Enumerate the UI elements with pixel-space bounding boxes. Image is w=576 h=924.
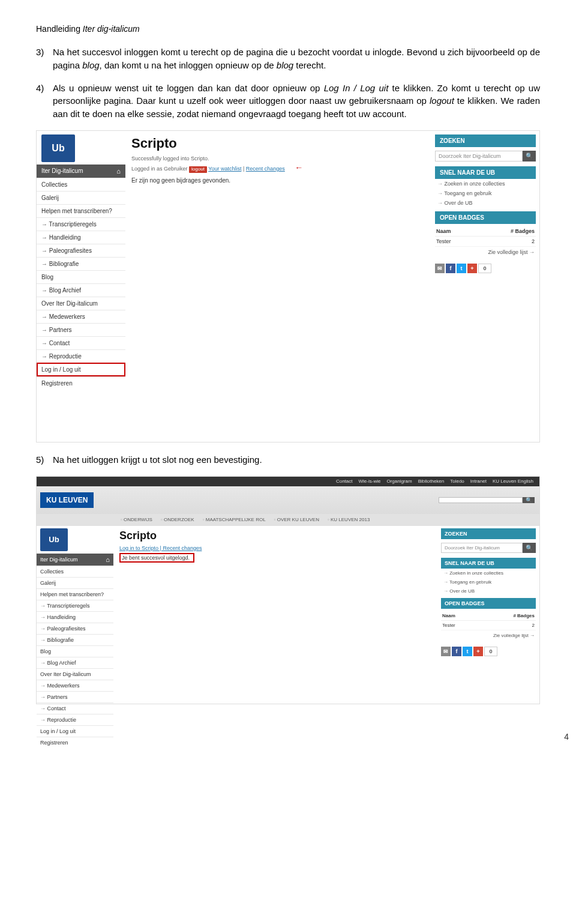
sidebar-item[interactable]: Galerij	[37, 191, 125, 204]
topnav-link[interactable]: Bibliotheken	[418, 479, 445, 484]
menu-item[interactable]: KU LEUVEN 2013	[328, 517, 370, 522]
ku-leuven-logo[interactable]: KU LEUVEN	[40, 492, 94, 508]
ub-logo: Ub	[40, 528, 68, 551]
sidebar-item[interactable]: Reproductie	[37, 714, 113, 725]
facebook-icon[interactable]: f	[452, 647, 461, 656]
sidebar-item[interactable]: Over Iter Dig-italicum	[37, 297, 125, 310]
quick-link[interactable]: Toegang en gebruik	[441, 578, 536, 587]
search-input[interactable]: Doorzoek Iter Dig-italicum	[441, 543, 523, 553]
topnav-link[interactable]: Toledo	[450, 479, 464, 484]
quick-link[interactable]: Toegang en gebruik	[435, 189, 536, 198]
sidebar-item[interactable]: Contact	[37, 336, 125, 349]
watchlist-link[interactable]: Your watchlist	[208, 166, 241, 172]
sidebar-item[interactable]: Contact	[37, 702, 113, 714]
list-item-4: 4) Als u opnieuw wenst uit te loggen dan…	[36, 82, 540, 121]
search-row: Doorzoek Iter Dig-italicum 🔍	[435, 151, 536, 162]
home-icon[interactable]: ⌂	[106, 556, 110, 563]
list-number: 5)	[36, 453, 53, 467]
badges-table: Naam# Badges Tester2	[435, 226, 536, 247]
sidebar-item[interactable]: Helpen met transcriberen?	[37, 204, 125, 217]
document-header: Handleiding Iter dig-italicum	[36, 24, 540, 34]
sidebar-item[interactable]: Galerij	[37, 577, 113, 588]
topnav-link[interactable]: Contact	[336, 479, 353, 484]
sidebar-item[interactable]: Bibliografie	[37, 634, 113, 645]
sidebar-item[interactable]: Reproductie	[37, 349, 125, 363]
sidebar-item[interactable]: Registreren	[37, 737, 113, 748]
search-button[interactable]: 🔍	[523, 543, 536, 553]
sidebar-item[interactable]: Collecties	[37, 178, 125, 191]
topnav-link[interactable]: Organigram	[386, 479, 412, 484]
zoeken-head: ZOEKEN	[435, 134, 536, 147]
top-search-input[interactable]	[439, 497, 523, 503]
search-input[interactable]: Doorzoek Iter Dig-italicum	[435, 151, 523, 162]
topnav-link[interactable]: Intranet	[470, 479, 487, 484]
full-list-link[interactable]: Zie volledige lijst	[441, 630, 536, 641]
twitter-icon[interactable]: t	[457, 264, 466, 273]
search-icon: 🔍	[526, 497, 532, 503]
mail-icon[interactable]: ✉	[441, 647, 451, 656]
topnav: ContactWie-is-wieOrganigramBibliothekenT…	[37, 477, 539, 486]
sidebar-item[interactable]: Registreren	[37, 376, 125, 390]
scripto-title: Scripto	[119, 530, 431, 542]
plus-icon[interactable]: +	[473, 647, 483, 656]
sidebar-head[interactable]: Iter Dig-italicum ⌂	[37, 554, 113, 566]
sidebar-item[interactable]: Handleiding	[37, 231, 125, 244]
sidebar-item[interactable]: Over Iter Dig-italicum	[37, 668, 113, 680]
sidebar-item[interactable]: Handleiding	[37, 611, 113, 623]
main-menu: ONDERWIJSONDERZOEKMAATSCHAPPELIJKE ROLOV…	[37, 514, 539, 526]
main-content: Scripto Log in to Scripto | Recent chang…	[113, 526, 437, 704]
menu-item[interactable]: ONDERWIJS	[121, 517, 152, 522]
menu-item[interactable]: OVER KU LEUVEN	[274, 517, 319, 522]
sidebar-item[interactable]: Medewerkers	[37, 680, 113, 691]
sidebar-item[interactable]: Medewerkers	[37, 310, 125, 323]
sidebar-item-login[interactable]: Log in / Log uit	[37, 363, 125, 376]
quick-link[interactable]: Zoeken in onze collecties	[441, 569, 536, 578]
twitter-icon[interactable]: t	[463, 647, 472, 656]
home-icon[interactable]: ⌂	[116, 168, 121, 175]
recent-changes-link[interactable]: Recent changes	[246, 166, 285, 172]
sidebar-item[interactable]: Blog	[37, 270, 125, 283]
badges-table: Naam# Badges Tester2	[441, 611, 536, 630]
sidebar-item[interactable]: Partners	[37, 691, 113, 702]
zoeken-head: ZOEKEN	[441, 528, 536, 539]
quick-link[interactable]: Zoeken in onze collecties	[435, 179, 536, 189]
sidebar-item[interactable]: Transcriptieregels	[37, 217, 125, 231]
sidebar-item[interactable]: Blog Archief	[37, 283, 125, 297]
mail-icon[interactable]: ✉	[435, 264, 445, 273]
search-button[interactable]: 🔍	[523, 151, 536, 162]
logout-chip[interactable]: logout	[189, 166, 207, 173]
full-list-link[interactable]: Zie volledige lijst	[435, 247, 536, 258]
quick-link[interactable]: Over de UB	[435, 198, 536, 208]
plus-icon[interactable]: +	[467, 264, 477, 273]
sidebar-item[interactable]: Collecties	[37, 566, 113, 577]
quick-link[interactable]: Over de UB	[441, 587, 536, 596]
sidebar-item[interactable]: Transcriptieregels	[37, 600, 113, 611]
top-search-button[interactable]: 🔍	[523, 497, 535, 503]
list-item-5: 5) Na het uitloggen krijgt u tot slot no…	[36, 453, 540, 467]
ub-logo: Ub	[41, 134, 75, 162]
sidebar-item[interactable]: Log in / Log uit	[37, 725, 113, 737]
sidebar-item[interactable]: Blog Archief	[37, 657, 113, 668]
menu-item[interactable]: ONDERZOEK	[161, 517, 194, 522]
sidebar-item[interactable]: Bibliografie	[37, 257, 125, 270]
topnav-link[interactable]: Wie-is-wie	[359, 479, 381, 484]
sidebar-item[interactable]: Paleografiesites	[37, 244, 125, 257]
sidebar-item[interactable]: Blog	[37, 645, 113, 657]
search-row: Doorzoek Iter Dig-italicum 🔍	[441, 543, 536, 553]
header-italic: Iter dig-italicum	[83, 24, 140, 34]
menu-item[interactable]: MAATSCHAPPELIJKE ROL	[203, 517, 266, 522]
sidebar-item[interactable]: Paleografiesites	[37, 623, 113, 634]
snel-links: Zoeken in onze collectiesToegang en gebr…	[435, 179, 536, 208]
screenshot-logged-out: ContactWie-is-wieOrganigramBibliothekenT…	[36, 476, 540, 704]
badges-row: Tester2	[441, 621, 536, 630]
share-bar: ✉ f t + 0	[441, 647, 536, 656]
topnav-link[interactable]: KU Leuven English	[493, 479, 533, 484]
open-badges-head: OPEN BADGES	[435, 211, 536, 224]
facebook-icon[interactable]: f	[446, 264, 455, 273]
list-body: Na het uitloggen krijgt u tot slot nog e…	[53, 453, 540, 467]
right-panel: ZOEKEN Doorzoek Iter Dig-italicum 🔍 SNEL…	[431, 131, 539, 442]
no-contributions-msg: Er zijn nog geen bijdrages gevonden.	[131, 177, 425, 184]
sidebar-head[interactable]: Iter Dig-italicum ⌂	[37, 165, 125, 178]
sidebar-item[interactable]: Partners	[37, 323, 125, 336]
sidebar-item[interactable]: Helpen met transcriberen?	[37, 588, 113, 600]
